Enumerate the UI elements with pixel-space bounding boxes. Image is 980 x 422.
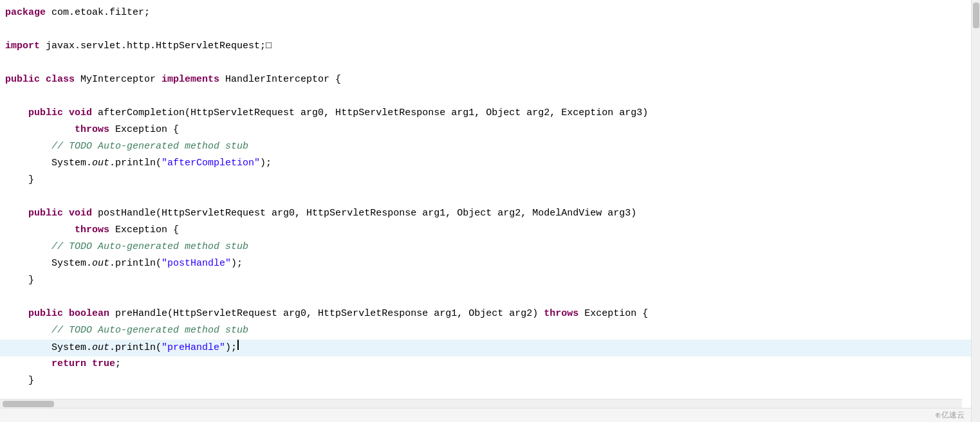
horizontal-scrollbar-thumb[interactable] <box>3 401 54 407</box>
code-line: public void postHandle(HttpServletReques… <box>0 206 971 223</box>
code-line <box>0 89 971 106</box>
code-line: public void afterCompletion(HttpServletR… <box>0 106 971 122</box>
code-line: return true; <box>0 356 971 373</box>
token-plain: .println( <box>109 156 162 171</box>
token-comment: // TODO Auto-generated method stub <box>51 323 248 338</box>
code-line <box>0 289 971 306</box>
token-plain: } <box>5 172 34 188</box>
token-italic-type: out <box>92 340 109 356</box>
token-plain <box>63 106 69 121</box>
token-italic-type: out <box>92 156 109 171</box>
code-line: } <box>0 273 971 289</box>
token-plain <box>63 306 69 322</box>
code-line <box>0 55 971 72</box>
token-plain: System. <box>5 256 92 271</box>
token-italic-type: out <box>92 256 109 271</box>
token-plain: afterCompletion(HttpServletRequest arg0,… <box>92 106 648 121</box>
code-line: public boolean preHandle(HttpServletRequ… <box>0 306 971 323</box>
vertical-scrollbar-thumb[interactable] <box>973 3 979 28</box>
code-lines: package com.etoak.filter; import javax.s… <box>0 5 971 422</box>
code-line: System.out.println("postHandle"); <box>0 256 971 273</box>
token-kw: return <box>51 356 86 372</box>
token-kw: void <box>69 206 92 221</box>
token-plain <box>5 106 28 121</box>
token-throws-kw: throws <box>75 122 109 138</box>
token-throws-kw: throws <box>75 223 109 238</box>
token-plain: System. <box>5 156 92 171</box>
token-string: "preHandle" <box>162 340 225 356</box>
token-plain: javax.servlet.http.HttpServletRequest;□ <box>40 39 272 54</box>
code-line: public class MyInterceptor implements Ha… <box>0 72 971 89</box>
token-plain <box>5 306 28 322</box>
token-plain: .println( <box>109 340 162 356</box>
token-kw: class <box>46 72 75 87</box>
token-plain: } <box>5 373 34 389</box>
editor-container: package com.etoak.filter; import javax.s… <box>0 0 980 422</box>
token-plain: } <box>5 273 34 288</box>
code-line: throws Exception { <box>0 122 971 139</box>
token-throws-kw: throws <box>544 306 578 322</box>
token-plain: .println( <box>109 256 162 271</box>
token-comment: // TODO Auto-generated method stub <box>51 139 248 154</box>
token-plain: postHandle(HttpServletRequest arg0, Http… <box>92 206 636 221</box>
text-cursor <box>237 340 239 350</box>
token-kw: package <box>5 5 46 21</box>
token-kw: public <box>28 206 63 221</box>
code-area[interactable]: package com.etoak.filter; import javax.s… <box>0 0 971 422</box>
token-kw: void <box>69 106 92 121</box>
code-line: // TODO Auto-generated method stub <box>0 323 971 340</box>
token-kw: public <box>28 106 63 121</box>
token-kw: implements <box>162 72 219 87</box>
token-plain <box>5 323 51 338</box>
token-kw: public <box>28 306 63 322</box>
code-line: // TODO Auto-generated method stub <box>0 239 971 256</box>
token-plain <box>5 206 28 221</box>
token-plain: preHandle(HttpServletRequest arg0, HttpS… <box>109 306 544 322</box>
token-plain <box>5 223 75 238</box>
token-plain: ); <box>225 340 237 356</box>
horizontal-scrollbar[interactable] <box>0 399 962 408</box>
token-plain <box>40 72 46 87</box>
token-plain: ; <box>115 356 121 372</box>
code-line: System.out.println("preHandle"); <box>0 340 971 356</box>
token-kw: import <box>5 39 40 54</box>
code-line: System.out.println("afterCompletion"); <box>0 156 971 172</box>
token-kw: public <box>5 72 40 87</box>
code-line <box>0 22 971 39</box>
token-plain <box>5 356 51 372</box>
watermark-text: ⊕亿速云 <box>935 410 965 421</box>
token-plain: HandlerInterceptor { <box>219 72 341 87</box>
token-kw: boolean <box>69 306 109 322</box>
token-comment: // TODO Auto-generated method stub <box>51 239 248 255</box>
token-plain: Exception { <box>109 223 179 238</box>
token-string: "postHandle" <box>162 256 231 271</box>
token-plain <box>63 206 69 221</box>
code-line: package com.etoak.filter; <box>0 5 971 22</box>
code-line: } <box>0 172 971 189</box>
token-plain <box>5 122 75 138</box>
token-plain: com.etoak.filter; <box>46 5 150 21</box>
vertical-scrollbar[interactable] <box>971 0 980 422</box>
token-plain: System. <box>5 340 92 356</box>
token-plain: ); <box>231 256 243 271</box>
code-line <box>0 189 971 206</box>
token-string: "afterCompletion" <box>162 156 260 171</box>
bottom-bar: ⊕亿速云 <box>0 408 971 422</box>
token-kw: true <box>92 356 115 372</box>
token-plain <box>86 356 92 372</box>
token-plain: MyInterceptor <box>75 72 162 87</box>
code-line: import javax.servlet.http.HttpServletReq… <box>0 39 971 55</box>
token-plain <box>5 239 51 255</box>
token-plain: ); <box>260 156 272 171</box>
code-line: // TODO Auto-generated method stub <box>0 139 971 156</box>
token-plain: Exception { <box>578 306 648 322</box>
code-line: } <box>0 373 971 390</box>
token-plain: Exception { <box>109 122 179 138</box>
code-line: throws Exception { <box>0 223 971 239</box>
token-plain <box>5 139 51 154</box>
